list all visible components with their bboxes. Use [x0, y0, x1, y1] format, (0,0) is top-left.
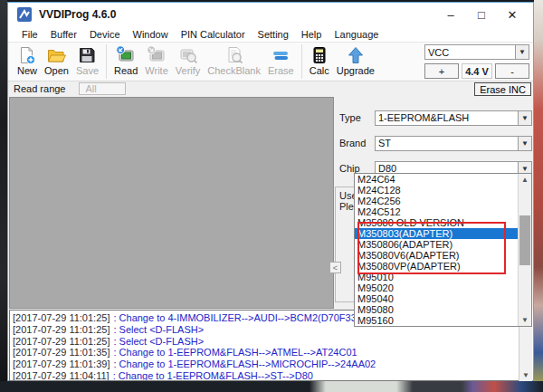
toolbar-upgrade-button[interactable]: Upgrade: [333, 44, 378, 77]
chip-option[interactable]: M95160: [355, 315, 518, 326]
toolbar-button-label: CheckBlank: [207, 65, 261, 76]
toolbar-new-button[interactable]: New: [14, 44, 41, 77]
chip-option[interactable]: M24C512: [355, 206, 518, 217]
toolbar-button-label: New: [17, 65, 37, 76]
vcc-select-value: VCC: [425, 47, 515, 58]
toolbar-button-label: Open: [44, 65, 69, 76]
write-chip-icon: [147, 45, 167, 65]
app-window: VVDIProg 4.6.0 – □ ✕ File Buffer Device …: [7, 2, 534, 381]
read-range-label: Read range: [14, 83, 66, 94]
log-message: : Select <D-FLASH>: [113, 324, 204, 335]
log-line: [2017-07-29 11:04:11]: Change to 1-EEPRO…: [13, 370, 517, 381]
upgrade-arrow-icon: [346, 45, 366, 65]
menu-item-buffer[interactable]: Buffer: [44, 29, 83, 40]
erase-inc-button[interactable]: Erase INC: [474, 82, 531, 96]
window-title: VVDIProg 4.6.0: [39, 8, 116, 21]
toolbar-button-label: Write: [145, 65, 167, 76]
log-timestamp: [2017-07-29 11:01:25]: [13, 336, 110, 347]
log-line: [2017-07-29 11:01:35]: Change to 1-EEPRO…: [13, 347, 517, 359]
toolbar-separator: [106, 44, 107, 79]
new-file-icon: [17, 45, 37, 65]
vcc-select[interactable]: VCC ▼: [424, 44, 529, 60]
log-timestamp: [2017-07-29 11:01:35]: [13, 347, 110, 358]
toolbar-button-label: Erase: [268, 65, 294, 76]
menu-item-pin-calculator[interactable]: PIN Calculator: [175, 29, 252, 40]
voltage-minus-button[interactable]: -: [495, 63, 529, 79]
type-select[interactable]: 1-EEPROM&FLASH ▼: [375, 110, 532, 126]
menubar: File Buffer Device Window PIN Calculator…: [8, 26, 533, 42]
log-line: [2017-07-29 11:01:39]: Change to 1-EEPRO…: [13, 359, 517, 370]
open-folder-icon: [46, 45, 66, 65]
menu-item-language[interactable]: Language: [328, 29, 385, 40]
minimize-button[interactable]: –: [435, 8, 466, 22]
toolbar-open-button[interactable]: Open: [41, 44, 72, 77]
maximize-button[interactable]: □: [466, 8, 497, 22]
chevron-down-icon[interactable]: ▼: [518, 137, 531, 150]
titlebar: VVDIProg 4.6.0 – □ ✕: [8, 3, 533, 26]
toolbar-erase-button[interactable]: Erase: [264, 44, 298, 77]
menu-item-file[interactable]: File: [15, 29, 44, 40]
chip-option[interactable]: M24C256: [355, 196, 518, 206]
voltage-value: 4.4 V: [462, 63, 492, 79]
menu-item-device[interactable]: Device: [83, 29, 127, 40]
read-range-row: Read range All Erase INC: [8, 81, 533, 96]
scroll-up-button[interactable]: ▲: [519, 174, 531, 186]
desktop-background-bottom: [0, 381, 543, 392]
log-timestamp: [2017-07-29 11:04:11]: [13, 370, 110, 381]
app-logo-icon: [17, 7, 32, 22]
chip-option[interactable]: M95080: [355, 304, 518, 315]
log-timestamp: [2017-07-29 11:01:25]: [13, 312, 110, 323]
dropdown-scrollbar[interactable]: ▲ ▼: [518, 174, 531, 326]
read-range-input[interactable]: All: [79, 82, 126, 95]
checkblank-icon: [224, 45, 244, 65]
toolbar-write-button[interactable]: Write: [141, 44, 171, 77]
log-timestamp: [2017-07-29 11:01:39]: [13, 359, 110, 369]
scroll-down-button[interactable]: ▼: [519, 314, 531, 326]
chip-option[interactable]: M95040: [355, 293, 518, 304]
desktop-background-right: [534, 0, 543, 392]
toolbar-save-button[interactable]: Save: [72, 44, 102, 77]
log-message: : Change to 1-EEPROM&FLASH-->ATMEL-->AT2…: [113, 347, 357, 358]
brand-select[interactable]: ST ▼: [375, 136, 532, 151]
chip-option[interactable]: M24C128: [355, 185, 518, 196]
log-timestamp: [2017-07-29 11:01:25]: [13, 324, 110, 335]
save-icon: [77, 45, 97, 65]
desktop-background-left: [0, 0, 7, 392]
brand-label: Brand: [339, 138, 375, 148]
menu-item-setting[interactable]: Setting: [252, 29, 295, 40]
scrollbar-thumb[interactable]: [519, 215, 530, 265]
menu-item-window[interactable]: Window: [127, 29, 175, 40]
toolbar-button-label: Save: [76, 65, 99, 76]
log-message: : Change to 4-IMMOBILIZER-->AUDI-->BCM2(…: [113, 312, 370, 323]
close-button[interactable]: ✕: [497, 8, 528, 22]
chip-option[interactable]: M24C64: [355, 174, 518, 185]
adapter-highlight-box: [357, 222, 506, 274]
toolbar-button-label: Upgrade: [337, 65, 375, 76]
chevron-down-icon[interactable]: ▼: [518, 111, 531, 125]
log-message: : Change to 1-EEPROM&FLASH-->ST-->D80: [113, 370, 313, 381]
toolbar-separator: [301, 44, 302, 79]
toolbar-button-label: Calc: [310, 65, 329, 76]
toolbar-button-label: Read: [114, 65, 138, 76]
scroll-left-button[interactable]: <: [329, 262, 341, 273]
chevron-down-icon[interactable]: ▼: [515, 45, 529, 59]
toolbar-checkblank-button[interactable]: CheckBlank: [204, 44, 264, 77]
log-message: : Select <D-FLASH>: [113, 336, 204, 347]
toolbar-button-label: Verify: [176, 65, 201, 76]
vcc-controls: VCC ▼ + 4.4 V -: [424, 44, 529, 79]
type-label: Type: [339, 112, 375, 123]
toolbar: New Open Save Read Write Verify CheckBla…: [8, 42, 533, 81]
toolbar-calc-button[interactable]: Calc: [306, 44, 333, 77]
erase-icon: [271, 45, 291, 65]
chip-option[interactable]: M95020: [355, 282, 518, 293]
log-line: [2017-07-29 11:01:25]: Select <D-FLASH>: [13, 336, 517, 348]
calc-icon: [310, 45, 329, 65]
log-scroll-down-button[interactable]: ▼: [519, 369, 532, 381]
read-chip-icon: [116, 45, 136, 65]
type-select-value: 1-EEPROM&FLASH: [376, 112, 518, 123]
toolbar-verify-button[interactable]: Verify: [172, 44, 205, 77]
brand-select-value: ST: [376, 138, 518, 148]
voltage-plus-button[interactable]: +: [424, 63, 459, 79]
menu-item-help[interactable]: Help: [295, 29, 329, 40]
toolbar-read-button[interactable]: Read: [110, 44, 141, 77]
